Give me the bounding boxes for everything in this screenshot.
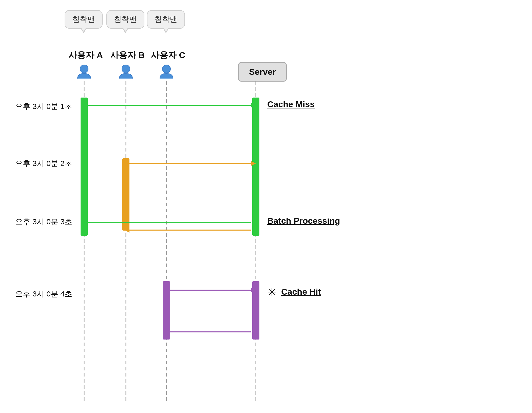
svg-rect-10 <box>163 281 170 340</box>
starburst-icon: ✳ <box>267 286 277 299</box>
svg-rect-8 <box>252 98 259 236</box>
svg-marker-21 <box>251 288 256 293</box>
svg-point-2 <box>162 65 170 73</box>
user-c-label: 사용자 C <box>151 49 185 61</box>
time-label-4: 오후 3시 0분 4초 <box>15 289 72 299</box>
bubble-userC: 침착맨 <box>147 10 185 29</box>
user-b-label: 사용자 B <box>110 49 145 61</box>
svg-point-0 <box>80 65 88 73</box>
svg-rect-9 <box>122 158 129 231</box>
cache-hit-label: Cache Hit <box>281 287 321 297</box>
svg-marker-13 <box>251 103 256 108</box>
user-a-label: 사용자 A <box>68 49 103 61</box>
cache-miss-label: Cache Miss <box>267 99 315 109</box>
user-a-icon <box>75 63 93 81</box>
diagram-container: 침착맨 침착맨 침착맨 사용자 A 사용자 B 사용자 C Server 오후 … <box>0 0 532 413</box>
svg-point-1 <box>122 65 130 73</box>
time-label-1: 오후 3시 0분 1초 <box>15 101 72 112</box>
svg-rect-11 <box>252 281 259 340</box>
user-c-icon <box>158 63 175 81</box>
time-label-2: 오후 3시 0분 2초 <box>15 158 72 169</box>
server-box: Server <box>238 62 287 82</box>
bubble-userB: 침착맨 <box>106 10 144 29</box>
svg-marker-15 <box>251 161 256 166</box>
time-label-3: 오후 3시 0분 3초 <box>15 217 72 227</box>
batch-processing-label: Batch Processing <box>267 216 340 226</box>
svg-marker-23 <box>165 329 170 334</box>
svg-marker-19 <box>124 228 129 233</box>
user-b-icon <box>117 63 135 81</box>
svg-marker-17 <box>83 220 88 225</box>
svg-rect-7 <box>81 98 88 236</box>
bubble-userA: 침착맨 <box>65 10 103 29</box>
